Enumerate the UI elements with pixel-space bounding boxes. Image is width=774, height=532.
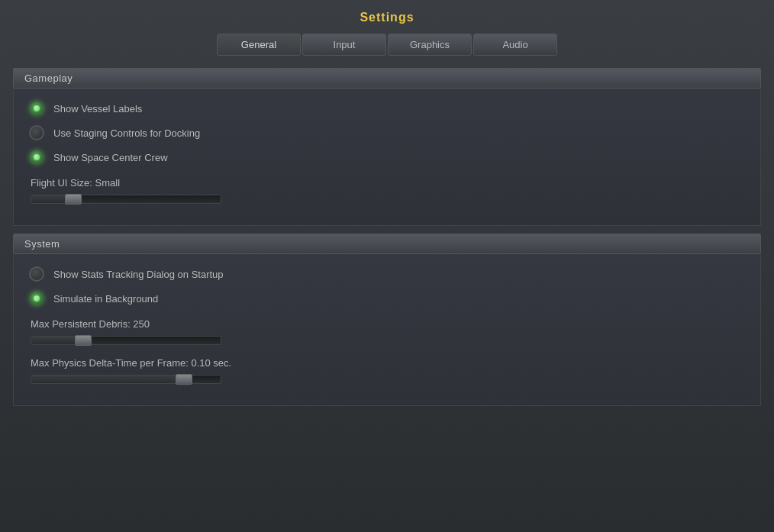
app-title: Settings	[360, 11, 414, 24]
toggle-use-staging-controls[interactable]	[29, 125, 44, 140]
tab-input[interactable]: Input	[302, 34, 386, 56]
section-header-system: System	[13, 234, 761, 254]
section-body-system: Show Stats Tracking Dialog on Startup Si…	[13, 254, 761, 406]
slider-track-max-debris[interactable]	[31, 336, 221, 345]
slider-track-physics-delta[interactable]	[31, 375, 221, 384]
app-container: Settings General Input Graphics Audio Ga…	[0, 0, 774, 532]
option-show-space-center-crew: Show Space Center Crew	[29, 150, 745, 165]
section-gameplay: Gameplay Show Vessel Labels Use Staging …	[13, 68, 761, 226]
slider-thumb-max-debris[interactable]	[75, 335, 92, 346]
option-show-vessel-labels: Show Vessel Labels	[29, 101, 745, 116]
slider-label-flight-ui: Flight UI Size: Small	[31, 177, 745, 189]
slider-label-max-debris: Max Persistent Debris: 250	[31, 318, 745, 330]
tab-audio[interactable]: Audio	[473, 34, 557, 56]
section-system: System Show Stats Tracking Dialog on Sta…	[13, 234, 761, 406]
slider-track-flight-ui[interactable]	[31, 195, 221, 204]
section-header-gameplay: Gameplay	[13, 68, 761, 89]
toggle-show-space-center-crew[interactable]	[29, 150, 44, 165]
slider-thumb-flight-ui[interactable]	[65, 194, 82, 205]
content-area: Gameplay Show Vessel Labels Use Staging …	[13, 68, 761, 532]
toggle-show-stats-tracking[interactable]	[29, 266, 44, 282]
toggle-show-vessel-labels[interactable]	[29, 101, 44, 116]
tab-general[interactable]: General	[217, 34, 301, 56]
slider-label-physics-delta: Max Physics Delta-Time per Frame: 0.10 s…	[31, 357, 745, 369]
tab-bar: General Input Graphics Audio	[217, 34, 557, 56]
tab-graphics[interactable]: Graphics	[388, 34, 472, 56]
option-use-staging-controls: Use Staging Controls for Docking	[29, 125, 745, 140]
slider-section-physics-delta: Max Physics Delta-Time per Frame: 0.10 s…	[29, 357, 745, 384]
slider-section-flight-ui: Flight UI Size: Small	[29, 177, 745, 204]
slider-thumb-physics-delta[interactable]	[176, 374, 192, 385]
slider-fill-physics-delta	[31, 376, 184, 383]
toggle-simulate-in-background[interactable]	[29, 291, 44, 306]
option-show-stats-tracking: Show Stats Tracking Dialog on Startup	[29, 266, 745, 282]
section-body-gameplay: Show Vessel Labels Use Staging Controls …	[13, 89, 761, 226]
option-simulate-in-background: Simulate in Background	[29, 291, 745, 306]
slider-section-max-debris: Max Persistent Debris: 250	[29, 318, 745, 345]
